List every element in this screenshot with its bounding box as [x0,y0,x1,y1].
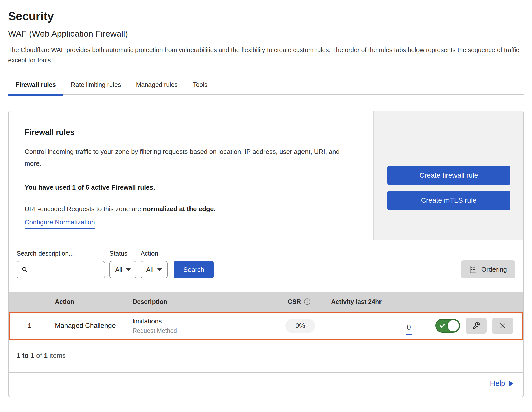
search-input-box[interactable] [17,261,105,278]
items-range: 1 to 1 [17,352,34,359]
column-header-description: Description [128,298,268,305]
page-description: The Cloudflare WAF provides both automat… [8,45,524,65]
chevron-down-icon [126,268,131,271]
search-field-group: Search description... [17,250,105,278]
tab-firewall-rules[interactable]: Firewall rules [8,77,63,94]
items-word: items [48,352,66,359]
column-header-csr: CSR [268,298,331,305]
search-label: Search description... [17,250,105,257]
action-label: Action [141,250,168,257]
security-waf-page: Security WAF (Web Application Firewall) … [0,9,532,397]
page-title: Security [8,9,524,23]
rule-expression-summary: Request Method [133,327,269,334]
action-dropdown[interactable]: All [141,261,168,278]
normalization-bold: normalized at the edge. [143,205,216,213]
normalization-note: URL-encoded Requests to this zone are no… [25,205,357,213]
status-dropdown-value: All [115,266,122,274]
status-label: Status [109,250,136,257]
ordering-button[interactable]: Ordering [461,260,515,278]
overview-section: Firewall rules Control incoming traffic … [9,111,523,240]
tab-managed-rules[interactable]: Managed rules [128,77,185,94]
arrow-right-icon [509,381,513,387]
wrench-icon [472,322,480,330]
create-mtls-rule-button[interactable]: Create mTLS rule [387,191,510,210]
csr-badge: 0% [285,319,315,333]
help-link[interactable]: Help [490,379,513,388]
usage-summary: You have used 1 of 5 active Firewall rul… [25,184,357,191]
normalization-text: URL-encoded Requests to this zone are [25,205,143,213]
overview-intro: Firewall rules Control incoming traffic … [9,111,373,240]
ordered-list-icon [469,265,477,273]
search-input[interactable] [31,266,112,273]
info-icon[interactable] [303,298,311,305]
firewall-rules-card: Firewall rules Control incoming traffic … [8,111,524,397]
activity-count-link[interactable]: 0 [406,323,412,335]
action-field-group: Action All [141,250,168,278]
configure-normalization-link[interactable]: Configure Normalization [25,218,95,229]
toggle-knob [448,320,459,331]
items-of: of [34,352,44,359]
rule-description-cell: limitations Request Method [129,317,269,334]
status-field-group: Status All [109,250,136,278]
help-link-label: Help [490,379,505,388]
page-subtitle: WAF (Web Application Firewall) [8,29,524,39]
csr-header-label: CSR [288,298,301,305]
delete-rule-button[interactable] [492,318,513,334]
action-dropdown-value: All [146,266,154,274]
create-firewall-rule-button[interactable]: Create firewall rule [387,166,510,185]
column-header-action: Action [49,298,128,305]
pagination-summary: 1 to 1 of 1 items [9,340,523,372]
rule-action: Managed Challenge [50,322,129,330]
rule-priority: 1 [10,322,50,330]
activity-sparkline [336,331,395,331]
overview-heading: Firewall rules [25,128,357,137]
rule-controls-cell [415,318,522,334]
tab-tools[interactable]: Tools [185,77,215,94]
tab-rate-limiting-rules[interactable]: Rate limiting rules [63,77,129,94]
close-icon [499,322,507,329]
ordering-button-label: Ordering [481,266,507,273]
edit-rule-button[interactable] [466,318,487,334]
column-header-activity: Activity last 24hr [331,298,414,305]
search-button[interactable]: Search [174,261,214,278]
actions-panel: Create firewall rule Create mTLS rule [373,111,523,240]
rule-activity-cell: 0 [332,313,415,339]
rule-csr-cell: 0% [269,319,332,333]
card-footer: Help [9,372,523,397]
rule-description: limitations [133,317,269,325]
check-icon [439,322,446,329]
filter-bar: Search description... Status All [9,240,523,292]
status-dropdown[interactable]: All [109,261,136,278]
chevron-down-icon [157,268,162,271]
table-row: 1 Managed Challenge limitations Request … [9,312,523,340]
overview-description: Control incoming traffic to your zone by… [25,146,349,170]
rules-table-header: Action Description CSR Activity last 24h… [9,292,523,312]
waf-tab-bar: Firewall rules Rate limiting rules Manag… [8,77,524,95]
search-icon [21,266,28,273]
rule-enabled-toggle[interactable] [435,319,460,333]
items-total: 1 [44,352,48,359]
